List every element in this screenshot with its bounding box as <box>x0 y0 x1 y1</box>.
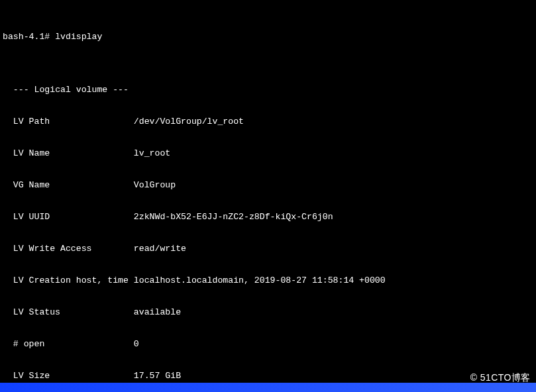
lv-key: VG Name <box>13 180 134 191</box>
lv-row: LV Statusavailable <box>3 307 533 318</box>
command-text: lvdisplay <box>55 32 102 42</box>
watermark-text: 51CTO博客 <box>480 372 531 383</box>
lv-key: LV Path <box>13 117 134 127</box>
watermark: ©51CTO博客 <box>470 372 531 383</box>
lv-key: LV UUID <box>13 212 134 222</box>
lv-row: LV Size17.57 GiB <box>3 371 533 381</box>
lv-key: # open <box>13 339 134 350</box>
lv-row: LV Path/dev/VolGroup/lv_root <box>3 117 533 127</box>
footer-bar <box>0 383 536 392</box>
lv-key: LV Size <box>13 371 134 381</box>
shell-prompt-line[interactable]: bash-4.1# lvdisplay <box>3 32 533 42</box>
lv-value: available <box>134 307 181 318</box>
lv-key: LV Status <box>13 307 134 318</box>
lv-value: VolGroup <box>134 180 176 191</box>
lv-value: 17.57 GiB <box>134 371 181 381</box>
lv-row: # open0 <box>3 339 533 350</box>
lv-value: 2zkNWd-bX52-E6JJ-nZC2-z8Df-kiQx-Cr6j0n <box>134 212 333 222</box>
lv-value: localhost.localdomain, 2019-08-27 11:58:… <box>134 275 386 286</box>
lv-key: LV Write Access <box>13 244 134 254</box>
terminal-output: bash-4.1# lvdisplay --- Logical volume -… <box>0 0 536 392</box>
shell-prompt: bash-4.1# <box>3 32 55 42</box>
lv-row: LV UUID2zkNWd-bX52-E6JJ-nZC2-z8Df-kiQx-C… <box>3 212 533 222</box>
lv-row: VG NameVolGroup <box>3 180 533 191</box>
lv-value: 0 <box>134 339 139 350</box>
lv-key: LV Creation host, time <box>13 275 134 286</box>
lv-section-header: --- Logical volume --- <box>3 85 533 95</box>
lv-value: /dev/VolGroup/lv_root <box>134 117 244 127</box>
lv-row: LV Creation host, timelocalhost.localdom… <box>3 275 533 286</box>
lv-value: lv_root <box>134 148 170 159</box>
copyright-icon: © <box>470 372 478 383</box>
lv-value: read/write <box>134 244 186 254</box>
lv-row: LV Write Accessread/write <box>3 244 533 254</box>
lv-key: LV Name <box>13 148 134 159</box>
lv-row: LV Namelv_root <box>3 148 533 159</box>
